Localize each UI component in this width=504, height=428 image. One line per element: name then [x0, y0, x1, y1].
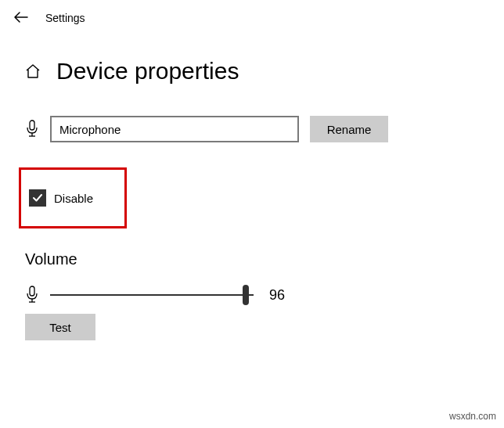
volume-value: 96	[269, 287, 285, 304]
test-button[interactable]: Test	[25, 314, 95, 340]
svg-rect-0	[30, 120, 34, 130]
microphone-icon	[25, 286, 39, 304]
disable-label: Disable	[54, 192, 93, 205]
svg-rect-3	[30, 286, 34, 296]
back-button[interactable]	[14, 11, 28, 25]
page-title: Device properties	[56, 58, 239, 85]
home-icon[interactable]	[25, 63, 41, 79]
slider-track	[50, 294, 254, 296]
app-title: Settings	[45, 12, 85, 24]
rename-button[interactable]: Rename	[310, 116, 388, 142]
watermark: wsxdn.com	[449, 411, 496, 422]
disable-checkbox[interactable]	[29, 189, 46, 207]
volume-slider[interactable]	[50, 286, 254, 304]
microphone-icon	[25, 120, 39, 138]
disable-highlight-box: Disable	[19, 167, 127, 228]
volume-heading: Volume	[25, 250, 479, 268]
device-name-input[interactable]	[50, 116, 299, 142]
slider-thumb[interactable]	[243, 285, 249, 305]
